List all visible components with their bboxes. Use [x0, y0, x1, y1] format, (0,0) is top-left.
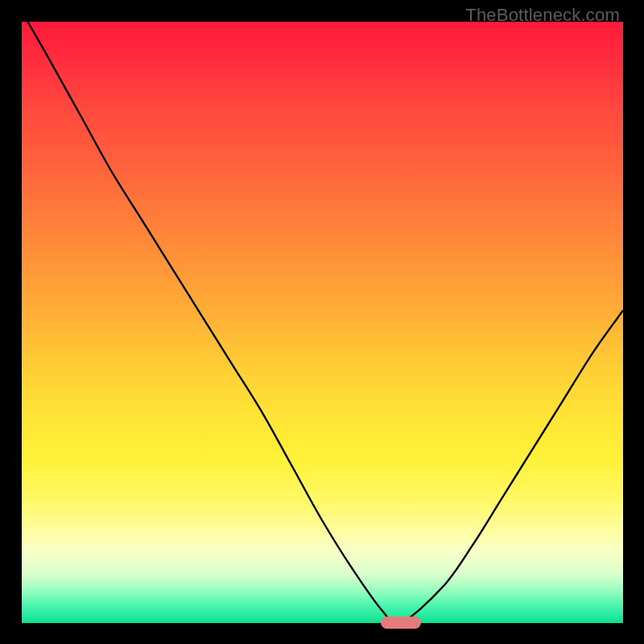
bottleneck-curve	[22, 22, 623, 623]
minimum-marker	[381, 617, 421, 629]
chart-frame: TheBottleneck.com	[0, 0, 644, 644]
curve-path	[27, 22, 623, 623]
plot-area	[22, 22, 623, 623]
